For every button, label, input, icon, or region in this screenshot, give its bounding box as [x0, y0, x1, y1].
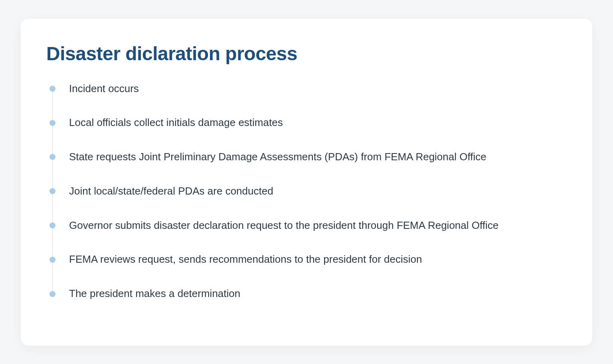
bullet-icon: [49, 120, 55, 126]
timeline-step: Incident occurs: [49, 82, 567, 96]
bullet-icon: [49, 257, 55, 263]
bullet-icon: [49, 86, 55, 92]
timeline: Incident occurs Local officials collect …: [46, 82, 567, 301]
card-title: Disaster diclaration process: [46, 43, 567, 65]
step-text: The president makes a determination: [69, 287, 240, 301]
bullet-icon: [49, 291, 55, 297]
process-card: Disaster diclaration process Incident oc…: [21, 19, 592, 346]
bullet-icon: [49, 154, 55, 160]
timeline-step: The president makes a determination: [49, 287, 567, 301]
timeline-step: Governor submits disaster declaration re…: [49, 219, 567, 232]
timeline-step: State requests Joint Preliminary Damage …: [49, 150, 567, 164]
timeline-step: Joint local/state/federal PDAs are condu…: [49, 185, 567, 198]
step-text: Governor submits disaster declaration re…: [69, 219, 498, 232]
step-text: State requests Joint Preliminary Damage …: [69, 150, 486, 164]
timeline-step: Local officials collect initials damage …: [49, 116, 567, 130]
step-text: Joint local/state/federal PDAs are condu…: [69, 185, 273, 198]
step-text: Local officials collect initials damage …: [69, 116, 283, 130]
bullet-icon: [49, 188, 55, 194]
step-text: Incident occurs: [69, 82, 139, 96]
timeline-step: FEMA reviews request, sends recommendati…: [49, 253, 567, 266]
step-text: FEMA reviews request, sends recommendati…: [69, 253, 422, 266]
bullet-icon: [49, 222, 55, 228]
